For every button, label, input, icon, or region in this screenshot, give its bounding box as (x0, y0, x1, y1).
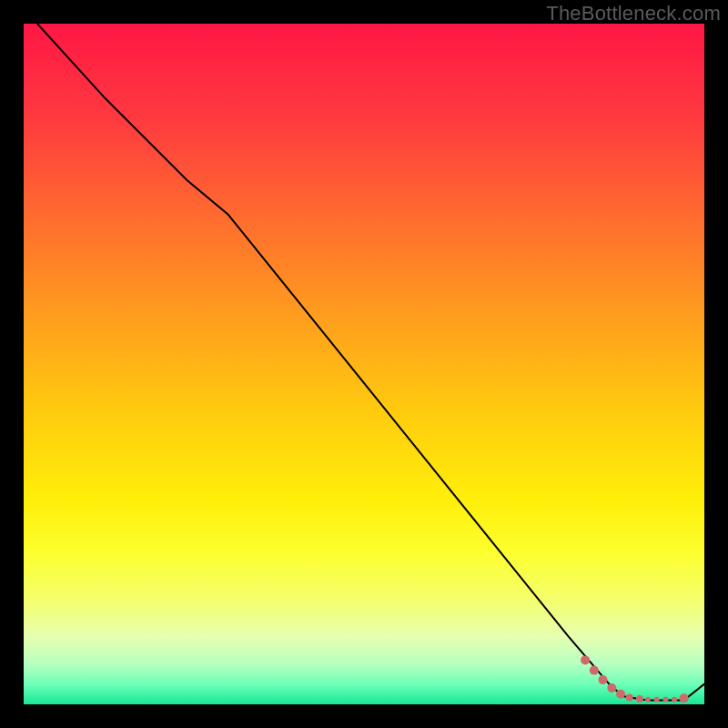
plot-area (24, 24, 704, 704)
highlight-marker (672, 697, 677, 703)
chart-svg (24, 24, 704, 704)
highlight-marker (645, 697, 651, 703)
highlight-marker (680, 693, 689, 703)
highlight-marker (590, 666, 599, 675)
highlight-marker (654, 697, 660, 703)
watermark-text: TheBottleneck.com (546, 2, 721, 25)
highlight-marker (607, 683, 616, 693)
highlight-marker (626, 694, 633, 702)
chart-frame: TheBottleneck.com (0, 0, 728, 728)
highlight-marker (662, 697, 668, 703)
highlight-marker (599, 675, 608, 684)
highlight-marker (581, 655, 590, 664)
gradient-rect (24, 24, 704, 704)
highlight-marker (636, 695, 643, 703)
highlight-marker (616, 690, 625, 699)
